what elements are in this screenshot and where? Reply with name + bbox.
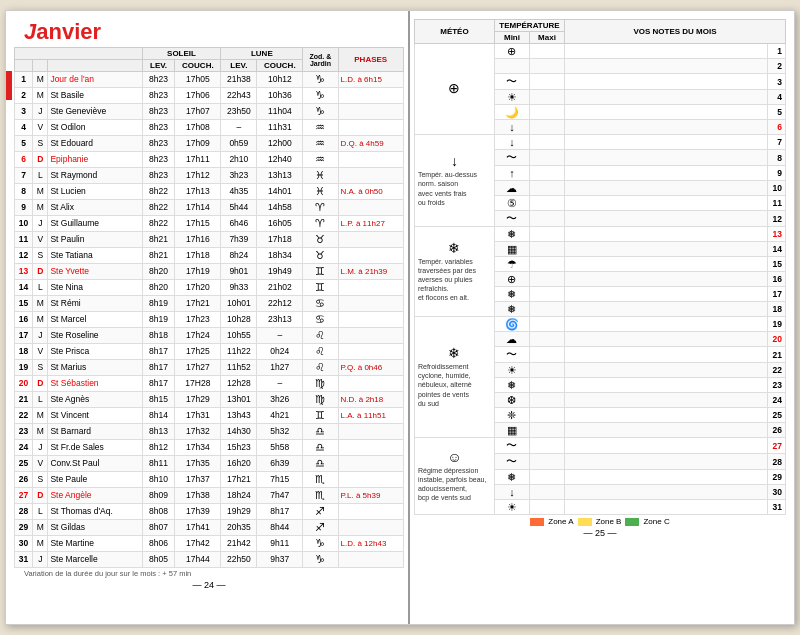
meteo-cell: ☺ Régime dépressioninstable, parfois bea… — [414, 438, 494, 515]
soleil-lev: 8h12 — [142, 440, 175, 456]
calendar-row: 11 V St Paulin 8h21 17h16 7h39 17h18 ♉︎ — [15, 232, 404, 248]
lune-couch: 19h49 — [257, 264, 303, 280]
zodiac-symbol: ♋︎ — [303, 296, 338, 312]
calendar-row: 14 L Ste Nina 8h20 17h20 9h33 21h02 ♊︎ — [15, 280, 404, 296]
meteo-desc: Tempér. variablestraversées par desavers… — [417, 256, 492, 303]
soleil-couch: 17h34 — [175, 440, 221, 456]
moon-phase — [338, 200, 403, 216]
notes-cell — [564, 196, 767, 211]
lune-couch: – — [257, 376, 303, 392]
day-letter: M — [33, 200, 48, 216]
calendar-row: 23 M St Barnard 8h13 17h32 14h30 5h32 ♎︎ — [15, 424, 404, 440]
zodiac-symbol: ♓︎ — [303, 184, 338, 200]
notes-cell — [564, 90, 767, 105]
day-letter: J — [33, 440, 48, 456]
mini-cell: 〜 — [494, 347, 529, 363]
notes-cell — [564, 500, 767, 515]
day-number: 2 — [15, 88, 33, 104]
header-lev1: LEV. — [142, 60, 175, 72]
day-number: 3 — [15, 104, 33, 120]
meteo-desc: Tempér. au-dessusnorm. saisonavec vents … — [417, 169, 492, 207]
calendar-row: 25 V Conv.St Paul 8h11 17h35 16h20 6h39 … — [15, 456, 404, 472]
day-number: 25 — [15, 456, 33, 472]
lune-lev: 23h50 — [221, 104, 257, 120]
day-number: 18 — [15, 344, 33, 360]
maxi-cell — [529, 135, 564, 150]
calendar-row: 22 M St Vincent 8h14 17h31 13h43 4h21 ♊︎… — [15, 408, 404, 424]
day-number: 20 — [15, 376, 33, 392]
day-number: 23 — [15, 424, 33, 440]
lune-couch: 14h01 — [257, 184, 303, 200]
row-day-num: 17 — [768, 287, 786, 302]
header-day — [33, 60, 48, 72]
soleil-lev: 8h15 — [142, 392, 175, 408]
day-number: 28 — [15, 504, 33, 520]
lune-lev: 19h29 — [221, 504, 257, 520]
moon-phase: N.D. à 2h18 — [338, 392, 403, 408]
lune-couch: 14h58 — [257, 200, 303, 216]
notes-cell — [564, 227, 767, 242]
row-day-num: 11 — [768, 196, 786, 211]
lune-couch: 10h12 — [257, 72, 303, 88]
day-number: 22 — [15, 408, 33, 424]
saint-name: Ste Nina — [48, 280, 142, 296]
meteo-icon: ☺ — [417, 449, 492, 465]
zodiac-symbol: ♌︎ — [303, 360, 338, 376]
zodiac-symbol: ♑︎ — [303, 104, 338, 120]
lune-lev: 21h42 — [221, 536, 257, 552]
moon-phase — [338, 168, 403, 184]
row-day-num: 21 — [768, 347, 786, 363]
soleil-couch: 17h41 — [175, 520, 221, 536]
moon-phase: L.P. à 11h27 — [338, 216, 403, 232]
lune-couch: 23h13 — [257, 312, 303, 328]
mini-cell: 〜 — [494, 438, 529, 454]
maxi-cell — [529, 59, 564, 74]
lune-lev: 9h33 — [221, 280, 257, 296]
lune-couch: – — [257, 328, 303, 344]
calendar-row: 8 M St Lucien 8h22 17h13 4h35 14h01 ♓︎ N… — [15, 184, 404, 200]
soleil-couch: 17h05 — [175, 72, 221, 88]
moon-phase: P.Q. à 0h46 — [338, 360, 403, 376]
day-number: 30 — [15, 536, 33, 552]
maxi-cell — [529, 257, 564, 272]
notes-cell — [564, 242, 767, 257]
row-day-num: 23 — [768, 378, 786, 393]
lune-couch: 5h32 — [257, 424, 303, 440]
maxi-cell — [529, 470, 564, 485]
day-number: 17 — [15, 328, 33, 344]
lune-couch: 1h27 — [257, 360, 303, 376]
moon-phase — [338, 472, 403, 488]
zodiac-symbol: ♉︎ — [303, 232, 338, 248]
calendar-row: 1 M Jour de l'an 8h23 17h05 21h38 10h12 … — [15, 72, 404, 88]
soleil-couch: 17h14 — [175, 200, 221, 216]
row-day-num: 8 — [768, 150, 786, 166]
day-number: 5 — [15, 136, 33, 152]
notes-cell — [564, 470, 767, 485]
day-letter: S — [33, 248, 48, 264]
maxi-cell — [529, 438, 564, 454]
saint-name: St Edouard — [48, 136, 142, 152]
day-number: 26 — [15, 472, 33, 488]
lune-lev: 10h01 — [221, 296, 257, 312]
maxi-cell — [529, 150, 564, 166]
soleil-lev: 8h08 — [142, 504, 175, 520]
moon-phase — [338, 280, 403, 296]
lune-lev: – — [221, 120, 257, 136]
soleil-lev: 8h11 — [142, 456, 175, 472]
saint-name: St Paulin — [48, 232, 142, 248]
soleil-lev: 8h17 — [142, 360, 175, 376]
saint-name: St Basile — [48, 88, 142, 104]
mini-cell: ↓ — [494, 120, 529, 135]
calendar-row: 12 S Ste Tatiana 8h21 17h18 8h24 18h34 ♉… — [15, 248, 404, 264]
zodiac-symbol: ♒︎ — [303, 152, 338, 168]
moon-phase — [338, 456, 403, 472]
calendar-row: 3 J Ste Geneviève 8h23 17h07 23h50 11h04… — [15, 104, 404, 120]
day-letter: L — [33, 280, 48, 296]
calendar-row: 9 M St Alix 8h22 17h14 5h44 14h58 ♈︎ — [15, 200, 404, 216]
header-phases: PHASES — [338, 48, 403, 72]
calendar-row: 27 D Ste Angèle 8h09 17h38 18h24 7h47 ♏︎… — [15, 488, 404, 504]
moon-phase: L.M. à 21h39 — [338, 264, 403, 280]
lune-lev: 13h43 — [221, 408, 257, 424]
notes-cell — [564, 150, 767, 166]
month-header: Janvier — [14, 19, 404, 45]
